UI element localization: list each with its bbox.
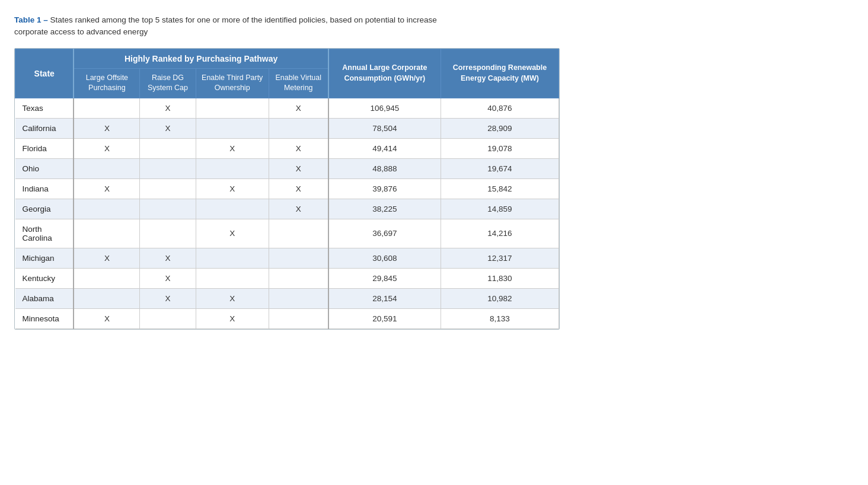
col-state-header: State [15, 49, 74, 98]
data-cell [269, 248, 328, 268]
table-row: North CarolinaX36,69714,216 [15, 219, 559, 248]
table-row: KentuckyX29,84511,830 [15, 268, 559, 288]
data-cell [196, 248, 269, 268]
col-large-offsite-header: Large Offsite Purchasing [74, 68, 139, 98]
data-cell: X [196, 219, 269, 248]
data-cell: X [269, 98, 328, 118]
state-cell: Texas [15, 98, 74, 118]
data-cell: 36,697 [328, 219, 441, 248]
data-cell: 8,133 [441, 308, 559, 328]
state-cell: North Carolina [15, 219, 74, 248]
data-cell [269, 268, 328, 288]
data-cell [196, 98, 269, 118]
data-cell: X [269, 158, 328, 178]
data-cell [196, 199, 269, 219]
data-cell [74, 288, 139, 308]
state-cell: Ohio [15, 158, 74, 178]
state-cell: California [15, 118, 74, 138]
table-row: TexasXX106,94540,876 [15, 98, 559, 118]
data-cell: X [269, 138, 328, 158]
data-cell: X [74, 248, 139, 268]
data-cell: X [196, 138, 269, 158]
data-cell [269, 118, 328, 138]
data-cell: 78,504 [328, 118, 441, 138]
data-cell: 49,414 [328, 138, 441, 158]
state-cell: Michigan [15, 248, 74, 268]
data-cell: X [140, 248, 196, 268]
data-cell [74, 268, 139, 288]
data-cell: 19,674 [441, 158, 559, 178]
data-cell: 28,154 [328, 288, 441, 308]
col-enable-third-header: Enable Third Party Ownership [196, 68, 269, 98]
data-cell: X [269, 178, 328, 199]
data-cell [140, 199, 196, 219]
data-cell: 15,842 [441, 178, 559, 199]
group-header-purchasing: Highly Ranked by Purchasing Pathway [74, 49, 328, 68]
data-cell: 28,909 [441, 118, 559, 138]
state-cell: Minnesota [15, 308, 74, 328]
data-cell: 40,876 [441, 98, 559, 118]
col-enable-virtual-header: Enable Virtual Metering [269, 68, 328, 98]
data-cell: 38,225 [328, 199, 441, 219]
table-row: AlabamaXX28,15410,982 [15, 288, 559, 308]
data-cell [140, 219, 196, 248]
data-table: State Highly Ranked by Purchasing Pathwa… [15, 49, 559, 329]
table-row: GeorgiaX38,22514,859 [15, 199, 559, 219]
state-cell: Alabama [15, 288, 74, 308]
data-cell [74, 219, 139, 248]
table-row: CaliforniaXX78,50428,909 [15, 118, 559, 138]
col-annual-header: Annual Large Corporate Consumption (GWh/… [328, 49, 441, 98]
data-cell: X [74, 138, 139, 158]
table-wrapper: State Highly Ranked by Purchasing Pathwa… [14, 48, 560, 330]
data-cell: 14,859 [441, 199, 559, 219]
state-cell: Kentucky [15, 268, 74, 288]
data-cell: X [196, 288, 269, 308]
data-cell: X [140, 98, 196, 118]
data-cell [74, 98, 139, 118]
data-cell: 30,608 [328, 248, 441, 268]
data-cell [196, 118, 269, 138]
data-cell: X [74, 118, 139, 138]
header-group-row: State Highly Ranked by Purchasing Pathwa… [15, 49, 559, 68]
data-cell [269, 308, 328, 328]
caption-bold: Table 1 – [14, 15, 48, 24]
data-cell: 12,317 [441, 248, 559, 268]
data-cell: 20,591 [328, 308, 441, 328]
data-cell [140, 178, 196, 199]
data-cell: 10,982 [441, 288, 559, 308]
data-cell [74, 158, 139, 178]
data-cell: 11,830 [441, 268, 559, 288]
table-caption: Table 1 – States ranked among the top 5 … [14, 14, 453, 39]
col-capacity-header: Corresponding Renewable Energy Capacity … [441, 49, 559, 98]
col-raise-dg-header: Raise DG System Cap [140, 68, 196, 98]
table-row: MichiganXX30,60812,317 [15, 248, 559, 268]
data-cell [196, 158, 269, 178]
state-cell: Georgia [15, 199, 74, 219]
data-cell: 14,216 [441, 219, 559, 248]
data-cell [140, 158, 196, 178]
data-cell [269, 219, 328, 248]
table-row: IndianaXXX39,87615,842 [15, 178, 559, 199]
data-cell: 29,845 [328, 268, 441, 288]
data-cell: X [74, 178, 139, 199]
data-cell: X [140, 268, 196, 288]
data-cell [196, 268, 269, 288]
state-cell: Florida [15, 138, 74, 158]
data-cell: 106,945 [328, 98, 441, 118]
data-cell: X [196, 308, 269, 328]
table-row: MinnesotaXX20,5918,133 [15, 308, 559, 328]
data-cell [269, 288, 328, 308]
data-cell: 19,078 [441, 138, 559, 158]
data-cell: 48,888 [328, 158, 441, 178]
table-row: FloridaXXX49,41419,078 [15, 138, 559, 158]
data-cell: X [74, 308, 139, 328]
table-body: TexasXX106,94540,876CaliforniaXX78,50428… [15, 98, 559, 328]
data-cell [74, 199, 139, 219]
state-cell: Indiana [15, 178, 74, 199]
data-cell: X [140, 288, 196, 308]
data-cell [140, 308, 196, 328]
caption-text: States ranked among the top 5 states for… [14, 15, 437, 36]
data-cell: 39,876 [328, 178, 441, 199]
data-cell: X [140, 118, 196, 138]
table-row: OhioX48,88819,674 [15, 158, 559, 178]
